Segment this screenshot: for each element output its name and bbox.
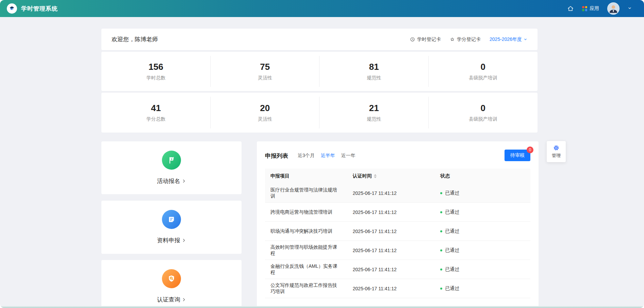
stat-label: 学时总数	[146, 75, 165, 81]
cert-time-cell: 2025-06-17 11:41:12	[347, 286, 435, 291]
status-label: 已通过	[445, 190, 459, 196]
user-menu-chevron-icon[interactable]	[628, 5, 632, 12]
activity-signup-card[interactable]: 活动报名	[101, 141, 242, 194]
home-icon[interactable]	[567, 5, 574, 12]
hours-stats-card: 156 学时总数 75 灵活性 81 规范性 0 县级脱产培训	[101, 52, 538, 91]
gear-icon	[553, 144, 560, 151]
material-declare-label-wrap: 资料申报	[157, 236, 186, 244]
table-body: 医疗行业合规管理与法律法规培训 2025-06-17 11:41:12 已通过 …	[265, 184, 530, 298]
admin-button[interactable]: 管理	[547, 141, 566, 162]
stat-credits-county-training: 0 县级脱产培训	[429, 93, 538, 133]
stat-label: 县级脱产培训	[469, 116, 497, 122]
stat-label: 县级脱产培训	[469, 75, 497, 81]
tab-recent-half-year[interactable]: 近半年	[321, 153, 335, 159]
table-row[interactable]: 职场沟通与冲突解决技巧培训 2025-06-17 11:41:12 已通过	[265, 222, 530, 241]
stat-label: 灵活性	[258, 116, 272, 122]
app-window: 学时管理系统 应用	[0, 0, 644, 308]
stat-total-hours: 156 学时总数	[101, 52, 211, 91]
pending-count-badge: 0	[527, 147, 533, 153]
status-label: 已通过	[445, 228, 459, 234]
header-cert-time[interactable]: 认证时间	[347, 173, 435, 179]
cert-time-cell: 2025-06-17 11:41:12	[347, 190, 435, 196]
stat-credits-standard: 21 规范性	[319, 93, 429, 133]
certification-query-label: 认证查询	[157, 296, 180, 304]
status-label: 已通过	[445, 209, 459, 215]
declaration-table: 申报项目 认证时间 状态 医疗行业合规管理与法律法规培训 2025-06-17 …	[265, 169, 530, 298]
status-label: 已通过	[445, 266, 459, 273]
hour-register-card-label: 学时登记卡	[417, 36, 441, 43]
status-dot-icon	[440, 230, 442, 232]
table-row[interactable]: 金融行业反洗钱（AML）实务课程 2025-06-17 11:41:12 已通过	[265, 260, 530, 279]
user-avatar[interactable]	[607, 2, 620, 15]
material-declare-label: 资料申报	[157, 236, 180, 244]
brand: 学时管理系统	[7, 3, 58, 14]
certification-query-card[interactable]: 认证查询	[101, 260, 242, 308]
header-project: 申报项目	[265, 173, 347, 179]
year-select-dropdown[interactable]: 2025-2026年度	[490, 36, 527, 43]
status-dot-icon	[440, 288, 442, 290]
shield-search-icon	[162, 269, 181, 288]
cert-time-cell: 2025-06-17 11:41:12	[347, 248, 435, 253]
declaration-list-panel: 申报列表 近3个月 近半年 近一年 待审核 0 申报项目 认证时间 状态 医	[257, 141, 539, 308]
stat-value: 21	[369, 103, 379, 113]
project-cell: 医疗行业合规管理与法律法规培训	[265, 187, 347, 199]
table-row[interactable]: 公文写作规范与政府工作报告技巧培训 2025-06-17 11:41:12 已通…	[265, 279, 530, 298]
stat-value: 20	[260, 103, 270, 113]
stat-label: 学分总数	[146, 116, 165, 122]
top-navbar: 学时管理系统 应用	[0, 0, 644, 17]
activity-signup-label: 活动报名	[157, 177, 180, 185]
stat-label: 规范性	[367, 75, 381, 81]
status-label: 已通过	[445, 286, 459, 292]
cert-time-cell: 2025-06-17 11:41:12	[347, 267, 435, 272]
chevron-right-icon	[182, 297, 186, 302]
project-cell: 跨境电商运营与物流管理培训	[265, 209, 347, 215]
pending-review-label: 待审核	[510, 152, 525, 158]
status-cell: 已通过	[435, 286, 530, 292]
apps-label: 应用	[590, 5, 599, 12]
admin-label: 管理	[552, 153, 561, 159]
status-dot-icon	[440, 249, 442, 251]
tab-recent-3-months[interactable]: 近3个月	[298, 153, 315, 159]
project-cell: 公文写作规范与政府工作报告技巧培训	[265, 282, 347, 295]
clock-icon	[410, 37, 415, 42]
pending-review-button[interactable]: 待审核 0	[505, 150, 530, 161]
stat-label: 灵活性	[258, 75, 272, 81]
panel-title: 申报列表	[265, 152, 288, 160]
certification-query-label-wrap: 认证查询	[157, 296, 186, 304]
hour-register-card-link[interactable]: 学时登记卡	[410, 36, 441, 43]
navbar-right: 应用	[567, 2, 632, 15]
stat-credits-flexibility: 20 灵活性	[211, 93, 320, 133]
stat-label: 规范性	[367, 116, 381, 122]
cert-time-cell: 2025-06-17 11:41:12	[347, 210, 435, 215]
year-selected-value: 2025-2026年度	[490, 36, 522, 43]
apps-grid-icon	[582, 6, 587, 11]
stat-hours-flexibility: 75 灵活性	[211, 52, 320, 91]
table-row[interactable]: 跨境电商运营与物流管理培训 2025-06-17 11:41:12 已通过	[265, 203, 530, 222]
material-declare-card[interactable]: 资料申报	[101, 201, 242, 254]
tab-recent-year[interactable]: 近一年	[341, 153, 356, 159]
app-logo-icon	[7, 3, 17, 14]
chevron-down-icon	[524, 37, 527, 41]
time-range-tabs: 近3个月 近半年 近一年	[298, 153, 356, 159]
apps-menu[interactable]: 应用	[582, 5, 599, 12]
stat-hours-standard: 81 规范性	[319, 52, 429, 91]
welcome-greeting: 欢迎您，陈博老师	[112, 35, 158, 43]
document-icon	[162, 210, 181, 229]
sort-caret-icon[interactable]	[374, 174, 377, 178]
table-row[interactable]: 医疗行业合规管理与法律法规培训 2025-06-17 11:41:12 已通过	[265, 184, 530, 203]
chevron-right-icon	[182, 238, 186, 243]
stat-value: 0	[481, 103, 485, 113]
window-bottom-edge	[0, 306, 644, 308]
table-header-row: 申报项目 认证时间 状态	[265, 169, 530, 184]
status-cell: 已通过	[435, 266, 530, 273]
stat-value: 0	[481, 62, 485, 72]
status-cell: 已通过	[435, 247, 530, 253]
stat-value: 75	[260, 62, 270, 72]
chevron-right-icon	[182, 179, 186, 183]
welcome-card: 欢迎您，陈博老师 学时登记卡 学分登记卡 2025-2026年度	[101, 29, 538, 50]
table-row[interactable]: 高效时间管理与职场效能提升课程 2025-06-17 11:41:12 已通过	[265, 241, 530, 260]
app-title: 学时管理系统	[21, 5, 58, 13]
welcome-actions: 学时登记卡 学分登记卡 2025-2026年度	[410, 36, 527, 43]
header-status: 状态	[435, 173, 530, 179]
credit-register-card-link[interactable]: 学分登记卡	[450, 36, 481, 43]
